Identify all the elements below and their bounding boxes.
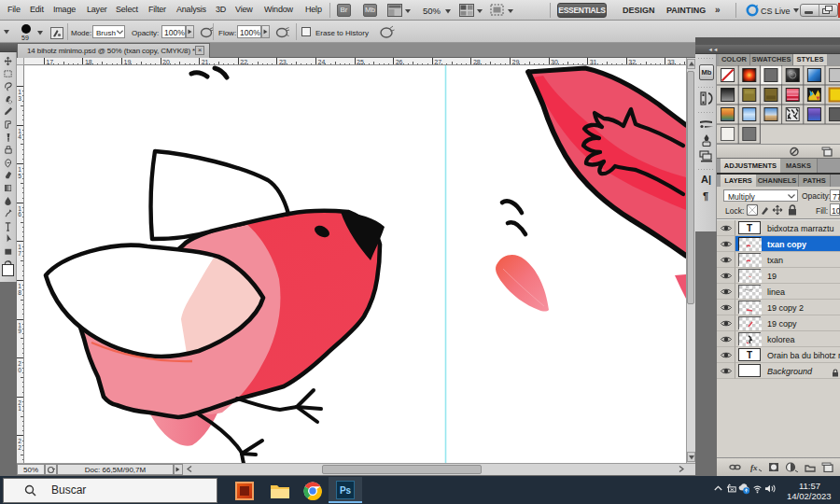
svg-text:0: 0 (18, 367, 21, 373)
svg-text:6: 6 (18, 211, 21, 217)
svg-text:9: 9 (18, 328, 21, 334)
svg-text:24: 24 (318, 59, 326, 65)
svg-text:19: 19 (124, 59, 132, 65)
svg-text:17: 17 (46, 59, 53, 65)
svg-text:22: 22 (240, 59, 247, 65)
svg-text:28: 28 (473, 59, 481, 65)
svg-text:25: 25 (357, 59, 364, 65)
svg-text:32: 32 (628, 59, 636, 65)
svg-text:5: 5 (18, 173, 21, 179)
svg-text:20: 20 (162, 59, 170, 65)
svg-text:30: 30 (551, 59, 558, 65)
svg-text:7: 7 (18, 250, 21, 257)
svg-text:21: 21 (202, 59, 209, 65)
svg-text:3: 3 (18, 95, 21, 102)
svg-text:8: 8 (18, 289, 21, 296)
svg-text:31: 31 (590, 59, 597, 65)
svg-text:29: 29 (512, 59, 520, 65)
svg-text:27: 27 (434, 59, 441, 65)
svg-text:2: 2 (18, 444, 21, 451)
svg-text:26: 26 (396, 59, 403, 65)
svg-text:33: 33 (667, 59, 675, 65)
svg-text:23: 23 (279, 59, 287, 65)
svg-text:fx: fx (750, 463, 758, 472)
svg-text:1: 1 (18, 405, 21, 412)
svg-text:18: 18 (85, 59, 92, 65)
svg-text:4: 4 (18, 133, 21, 140)
